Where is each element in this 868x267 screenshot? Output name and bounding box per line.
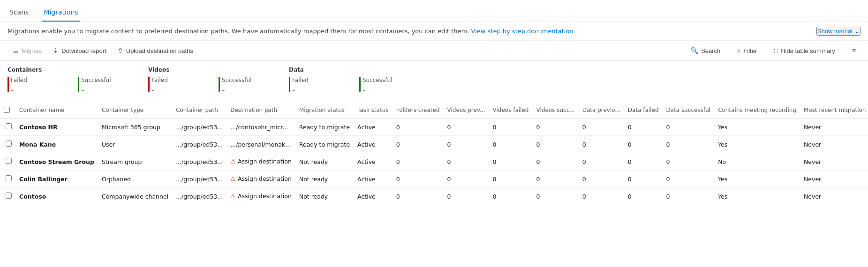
cell-container_path: .../group/ed53... — [172, 153, 226, 171]
toolbar-left: ☁ Migrate ⇣ Download report ⇧ Upload des… — [8, 44, 198, 57]
cell-videos_succ: 0 — [532, 188, 578, 205]
upload-icon: ⇧ — [118, 47, 123, 54]
summary-group-data: DataFailed-Successful- — [289, 67, 430, 98]
cell-videos_prev: 0 — [444, 119, 489, 136]
cell-container_type: Microsoft 365 group — [98, 119, 172, 136]
select-all-checkbox[interactable] — [4, 107, 10, 113]
search-button[interactable]: 🔍 Search — [686, 44, 725, 57]
row-checkbox[interactable] — [6, 193, 12, 199]
cell-contains_meeting: Yes — [714, 171, 800, 188]
hide-summary-button[interactable]: ∷ Hide table summary — [769, 44, 840, 57]
cell-container_path: .../group/ed53... — [172, 188, 226, 205]
table-row: Mona KaneUser.../group/ed53....../person… — [0, 136, 868, 153]
cell-destination_path[interactable]: ⚠Assign destination — [226, 171, 295, 187]
cell-task_status: Active — [354, 188, 392, 205]
th-data_successful: Data successful — [663, 102, 715, 119]
cell-videos_failed: 0 — [489, 136, 533, 153]
successful-bar-icon — [359, 77, 361, 92]
tab-scans[interactable]: Scans — [8, 4, 30, 22]
cell-destination_path: .../personal/monak... — [226, 136, 295, 153]
summary-item-label: Successful — [362, 77, 392, 83]
th-check — [0, 102, 15, 119]
toolbar: ☁ Migrate ⇣ Download report ⇧ Upload des… — [0, 41, 868, 61]
cell-migration_status: Not ready — [295, 188, 354, 205]
th-videos_prev: Videos prev... — [444, 102, 489, 119]
cell-most_recent: Never — [800, 171, 868, 188]
cell-task_status: Active — [354, 153, 392, 171]
search-icon: 🔍 — [690, 47, 698, 54]
cell-container_name: Mona Kane — [15, 136, 98, 153]
more-button[interactable]: ≡ — [847, 44, 860, 57]
cell-folders_created: 0 — [392, 188, 444, 205]
th-task_status: Task status — [354, 102, 392, 119]
cell-folders_created: 0 — [392, 153, 444, 171]
cell-container_type: Orphaned — [98, 171, 172, 188]
summary-item-value: - — [11, 84, 27, 94]
row-checkbox-cell — [0, 171, 15, 188]
cell-destination_path[interactable]: ⚠Assign destination — [226, 153, 295, 170]
successful-bar-icon — [219, 77, 220, 92]
summary-item-label: Failed — [151, 77, 168, 83]
cell-videos_prev: 0 — [444, 171, 489, 188]
cell-task_status: Active — [354, 171, 392, 188]
row-checkbox[interactable] — [6, 141, 12, 147]
summary-item: Successful- — [219, 77, 289, 98]
th-container_name: Container name — [15, 102, 98, 119]
cell-data_previo: 0 — [579, 136, 624, 153]
th-data_previo: Data previo... — [579, 102, 624, 119]
cell-videos_prev: 0 — [444, 153, 489, 171]
show-tutorial-button[interactable]: Show tutorial ⌄ — [816, 27, 860, 36]
cell-videos_succ: 0 — [532, 171, 578, 188]
download-icon: ⇣ — [53, 47, 59, 54]
warning-icon: ⚠ — [230, 193, 236, 200]
summary-group-title: Videos — [148, 67, 289, 73]
cell-data_successful: 0 — [663, 188, 715, 205]
migrate-button[interactable]: ☁ Migrate — [8, 44, 46, 57]
cell-data_previo: 0 — [579, 171, 624, 188]
summary-group-containers: ContainersFailed-Successful- — [8, 67, 148, 98]
summary-item-label: Successful — [222, 77, 251, 83]
th-migration_status: Migration status — [295, 102, 354, 119]
cell-data_successful: 0 — [663, 136, 715, 153]
cell-migration_status: Ready to migrate — [295, 136, 354, 153]
cell-videos_succ: 0 — [532, 153, 578, 171]
cell-contains_meeting: Yes — [714, 136, 800, 153]
filter-icon: ▿ — [737, 47, 740, 54]
cell-destination_path[interactable]: ⚠Assign destination — [226, 188, 295, 204]
upload-destination-button[interactable]: ⇧ Upload destination paths — [113, 44, 198, 57]
summary-item-value: - — [81, 84, 111, 94]
cell-videos_failed: 0 — [489, 153, 533, 171]
cell-data_failed: 0 — [624, 136, 663, 153]
table-row: Contoso HRMicrosoft 365 group.../group/e… — [0, 119, 868, 136]
cell-container_type: Stream group — [98, 153, 172, 171]
row-checkbox[interactable] — [6, 158, 12, 164]
cell-videos_prev: 0 — [444, 188, 489, 205]
summary-group-title: Containers — [8, 67, 148, 73]
row-checkbox[interactable] — [6, 123, 12, 129]
tab-bar: ScansMigrations — [0, 0, 868, 22]
cell-migration_status: Not ready — [295, 153, 354, 171]
cell-container_path: .../group/ed53... — [172, 119, 226, 136]
table-row: Contoso Stream GroupStream group.../grou… — [0, 153, 868, 171]
summary-item: Successful- — [359, 77, 430, 98]
cell-data_successful: 0 — [663, 119, 715, 136]
cell-videos_succ: 0 — [532, 136, 578, 153]
download-report-button[interactable]: ⇣ Download report — [48, 44, 111, 57]
summary-item-value: - — [292, 84, 309, 94]
cell-data_failed: 0 — [624, 188, 663, 205]
summary-item-value: - — [151, 84, 168, 94]
row-checkbox[interactable] — [6, 175, 12, 181]
tab-migrations[interactable]: Migrations — [42, 4, 80, 22]
cell-task_status: Active — [354, 119, 392, 136]
cell-videos_failed: 0 — [489, 188, 533, 205]
cell-container_type: Companywide channel — [98, 188, 172, 205]
cell-most_recent: Never — [800, 136, 868, 153]
cell-data_previo: 0 — [579, 188, 624, 205]
th-most_recent[interactable]: Most recent migration ↓ — [800, 102, 868, 119]
th-destination_path: Destination path — [226, 102, 295, 119]
row-checkbox-cell — [0, 119, 15, 136]
cell-data_failed: 0 — [624, 119, 663, 136]
documentation-link[interactable]: View step by step documentation — [471, 28, 574, 35]
th-contains_meeting: Contains meeting recording — [714, 102, 800, 119]
filter-button[interactable]: ▿ Filter — [732, 44, 762, 57]
